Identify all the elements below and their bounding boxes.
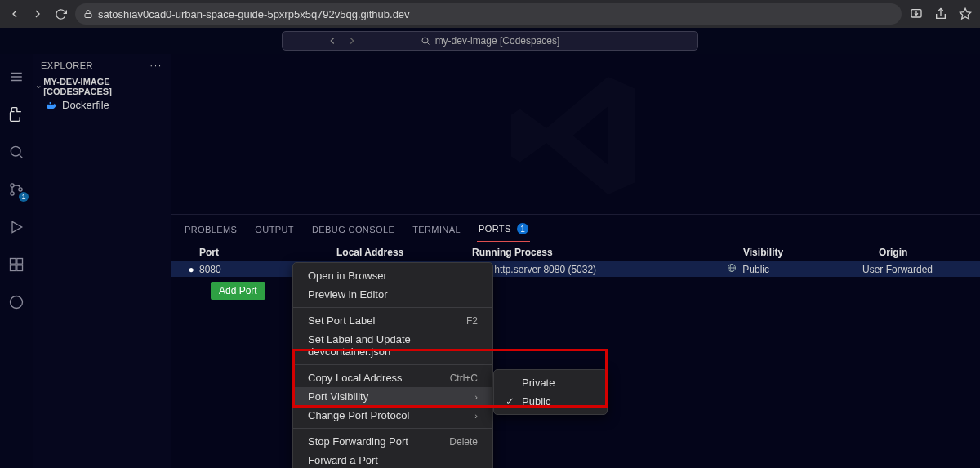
ctx-copy-local[interactable]: Copy Local Address Ctrl+C <box>293 368 492 387</box>
svg-marker-15 <box>12 221 22 232</box>
ctx-stop-forward[interactable]: Stop Forwarding Port Delete <box>293 432 492 451</box>
svg-rect-0 <box>85 14 91 18</box>
ctx-port-visibility[interactable]: Port Visibility › <box>293 387 492 406</box>
tab-output[interactable]: OUTPUT <box>253 221 296 241</box>
sidebar: EXPLORER ··· › MY-DEV-IMAGE [CODESPACES]… <box>33 54 172 468</box>
col-vis: Visibility <box>743 247 879 258</box>
tab-terminal[interactable]: TERMINAL <box>411 221 462 241</box>
running-process-cell: hon3 -m http.server 8080 (5032) <box>456 264 727 275</box>
add-port-button[interactable]: Add Port <box>211 282 265 300</box>
ctx-preview-editor[interactable]: Preview in Editor <box>293 285 492 304</box>
svg-rect-19 <box>17 265 23 271</box>
ports-badge: 1 <box>517 223 528 234</box>
svg-point-20 <box>11 296 23 309</box>
section-label: MY-DEV-IMAGE [CODESPACES] <box>43 77 166 96</box>
tab-ports-label: PORTS <box>479 224 511 234</box>
back-button[interactable] <box>7 6 23 22</box>
svg-point-12 <box>11 184 14 187</box>
install-app-icon[interactable] <box>908 6 924 22</box>
forward-button[interactable] <box>29 6 46 22</box>
svg-line-11 <box>20 155 23 158</box>
tab-debug-console[interactable]: DEBUG CONSOLE <box>310 221 396 241</box>
more-icon[interactable]: ··· <box>150 60 163 70</box>
submenu-public[interactable]: ✓ Public <box>494 392 607 411</box>
ctx-forward-port-label: Forward a Port <box>308 454 378 466</box>
menu-icon[interactable] <box>7 67 26 87</box>
ctx-open-browser[interactable]: Open in Browser <box>293 266 492 285</box>
ctx-set-devcontainer-label: Set Label and Update devcontainer.json <box>308 333 478 358</box>
extensions-icon[interactable] <box>7 255 26 274</box>
visibility-submenu: Private ✓ Public <box>493 369 608 415</box>
check-icon: ✓ <box>506 395 515 408</box>
lock-icon <box>83 9 93 19</box>
col-proc: Running Process <box>472 247 743 258</box>
ctx-stop-forward-label: Stop Forwarding Port <box>308 435 408 448</box>
svg-line-6 <box>427 42 429 44</box>
svg-point-5 <box>422 38 428 43</box>
tab-ports[interactable]: PORTS 1 <box>477 220 530 242</box>
search-activity-icon[interactable] <box>7 142 26 162</box>
sidebar-section[interactable]: › MY-DEV-IMAGE [CODESPACES] <box>33 77 171 96</box>
ctx-stop-forward-key: Delete <box>449 436 478 448</box>
submenu-private[interactable]: Private <box>494 373 607 392</box>
browser-chrome: satoshiav0cad0-urban-space-guide-5pxrp5x… <box>0 0 980 28</box>
panel-tabs: PROBLEMS OUTPUT DEBUG CONSOLE TERMINAL P… <box>172 215 980 242</box>
visibility-cell: Public <box>727 263 862 275</box>
separator <box>293 307 492 308</box>
explorer-icon[interactable] <box>7 105 26 124</box>
file-name: Dockerfile <box>62 99 109 111</box>
nav-back-icon[interactable] <box>327 35 338 47</box>
submenu-private-label: Private <box>522 377 555 389</box>
ctx-preview-editor-label: Preview in Editor <box>308 288 388 301</box>
sidebar-title: EXPLORER <box>41 60 93 70</box>
source-control-icon[interactable]: 1 <box>7 180 26 199</box>
separator <box>293 364 492 365</box>
ctx-set-label[interactable]: Set Port Label F2 <box>293 311 492 330</box>
tab-problems[interactable]: PROBLEMS <box>183 221 238 241</box>
visibility-text: Public <box>742 264 769 275</box>
ctx-set-label-key: F2 <box>466 315 478 327</box>
run-debug-icon[interactable] <box>7 217 26 237</box>
ctx-copy-local-key: Ctrl+C <box>450 372 478 384</box>
nav-forward-icon[interactable] <box>346 35 358 47</box>
share-icon[interactable] <box>933 6 949 22</box>
vscode-watermark <box>172 54 980 217</box>
svg-point-10 <box>11 146 20 156</box>
command-center-label: my-dev-image [Codespaces] <box>435 35 560 47</box>
svg-point-13 <box>11 192 14 195</box>
port-status-dot: ● <box>183 264 199 275</box>
ctx-port-visibility-label: Port Visibility <box>308 390 368 403</box>
col-origin: Origin <box>879 247 969 258</box>
ctx-change-protocol[interactable]: Change Port Protocol › <box>293 406 492 425</box>
col-port: Port <box>199 247 336 258</box>
url-bar[interactable]: satoshiav0cad0-urban-space-guide-5pxrp5x… <box>75 3 902 25</box>
chevron-right-icon: › <box>474 392 478 402</box>
origin-cell: User Forwarded <box>862 264 969 275</box>
svg-rect-18 <box>11 265 16 271</box>
chevron-right-icon: › <box>474 411 478 421</box>
url-text: satoshiav0cad0-urban-space-guide-5pxrp5x… <box>98 8 410 20</box>
docker-file-icon <box>46 100 57 111</box>
ctx-change-protocol-label: Change Port Protocol <box>308 409 409 421</box>
svg-rect-17 <box>17 259 23 265</box>
chevron-down-icon: › <box>34 85 43 87</box>
file-item[interactable]: Dockerfile <box>33 96 171 114</box>
svg-rect-16 <box>11 259 16 265</box>
ctx-set-label-text: Set Port Label <box>308 314 375 327</box>
ctx-set-devcontainer[interactable]: Set Label and Update devcontainer.json <box>293 330 492 361</box>
svg-point-14 <box>19 188 22 191</box>
separator <box>293 428 492 429</box>
ports-header: Port Local Address Running Process Visib… <box>172 242 980 261</box>
ctx-copy-local-label: Copy Local Address <box>308 372 403 384</box>
svg-marker-4 <box>960 8 970 19</box>
github-icon[interactable] <box>7 292 26 312</box>
svg-rect-24 <box>50 101 51 103</box>
bookmark-star-icon[interactable] <box>957 6 973 22</box>
globe-icon <box>727 264 739 275</box>
search-icon <box>421 36 430 46</box>
scm-badge: 1 <box>19 192 29 202</box>
ctx-open-browser-label: Open in Browser <box>308 270 387 282</box>
ctx-forward-port[interactable]: Forward a Port <box>293 451 492 468</box>
reload-button[interactable] <box>52 6 69 22</box>
activity-bar: 1 <box>0 54 33 468</box>
